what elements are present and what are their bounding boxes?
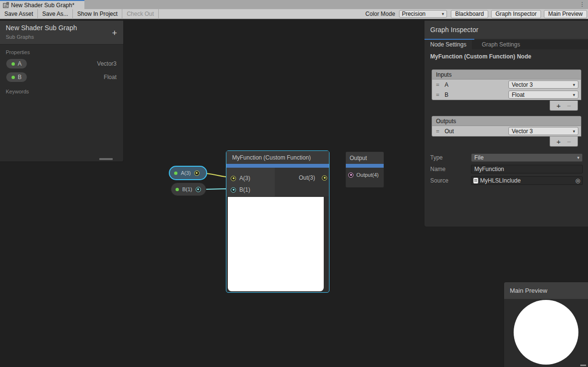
drag-handle-icon[interactable]: = — [436, 92, 445, 98]
type-label: Type — [430, 154, 471, 161]
output-port-label: Out(3) — [299, 174, 315, 181]
name-value: MyFunction — [474, 166, 504, 172]
output-port-out[interactable] — [322, 175, 327, 181]
outputs-list-footer: + − — [550, 137, 578, 147]
source-label: Source — [430, 177, 471, 184]
exposed-property-dot-icon — [176, 188, 179, 191]
property-node-a[interactable]: A(3) — [169, 166, 207, 180]
drag-handle-icon[interactable]: = — [436, 128, 445, 135]
output-type-dropdown[interactable]: Vector 3 ▾ — [508, 127, 578, 135]
outputs-row-out[interactable]: = Out Vector 3 ▾ — [432, 126, 581, 136]
node-title[interactable]: Output — [346, 152, 384, 164]
input-b-type-dropdown[interactable]: Float ▾ — [508, 91, 578, 99]
inputs-list-footer: + − — [550, 101, 578, 111]
blackboard-property-a[interactable]: A Vector3 — [0, 57, 123, 70]
input-port-a[interactable] — [231, 176, 236, 181]
property-name: B — [18, 74, 22, 80]
source-value: MyHLSLInclude — [480, 177, 521, 184]
chevron-down-icon: ▾ — [577, 155, 579, 160]
output-name: Out — [445, 128, 454, 135]
add-output-button[interactable]: + — [556, 138, 561, 145]
window-menu-icon[interactable]: ⋮ — [579, 0, 585, 8]
source-object-field[interactable]: MyHLSLInclude ◎ — [471, 176, 583, 185]
input-port-label: A(3) — [239, 175, 250, 182]
main-preview-toggle-button[interactable]: Main Preview — [544, 10, 587, 18]
main-preview-resize-handle[interactable] — [580, 365, 586, 366]
input-port-b[interactable] — [231, 187, 236, 193]
blackboard-resize-handle[interactable] — [99, 158, 113, 160]
node-title[interactable]: MyFunction (Custom Function) — [226, 151, 329, 164]
tab-graph-settings[interactable]: Graph Settings — [476, 40, 526, 49]
color-mode-dropdown[interactable]: Precision ▾ — [399, 10, 447, 18]
blackboard-property-b[interactable]: B Float — [0, 70, 123, 84]
property-a-output-port[interactable] — [194, 171, 200, 176]
type-dropdown[interactable]: File ▾ — [471, 153, 583, 162]
property-node-label: B(1) — [182, 186, 192, 192]
keywords-section-label: Keywords — [0, 84, 123, 96]
shader-graph-toolbar: Save Asset Save As... Show In Project Ch… — [0, 9, 588, 19]
input-port-row-b: B(1) — [231, 186, 250, 193]
input-type-value: Float — [512, 92, 525, 98]
output-node-input-port[interactable] — [348, 172, 353, 178]
outputs-list: Outputs = Out Vector 3 ▾ — [432, 116, 581, 137]
input-name: B — [445, 92, 448, 98]
node-settings-heading: MyFunction (Custom Function) Node — [430, 53, 531, 60]
output-node-port-label: Output(4) — [356, 172, 378, 178]
custom-function-node[interactable]: MyFunction (Custom Function) A(3) B(1) O… — [226, 150, 329, 293]
add-property-button[interactable]: + — [112, 29, 117, 37]
inspector-tab-bar: Node Settings Graph Settings — [424, 40, 588, 49]
blackboard-header[interactable]: New Shader Sub Graph Sub Graphs + — [0, 21, 123, 45]
property-type: Vector3 — [97, 60, 117, 67]
properties-section-label: Properties — [0, 45, 123, 57]
tab-node-settings[interactable]: Node Settings — [424, 40, 472, 49]
property-pill[interactable]: B — [6, 72, 27, 82]
inputs-row-b[interactable]: = B Float ▾ — [432, 90, 581, 100]
save-asset-button[interactable]: Save Asset — [0, 9, 38, 19]
outputs-list-header: Outputs — [432, 116, 581, 126]
blackboard-toggle-button[interactable]: Blackboard — [451, 10, 488, 18]
graph-canvas[interactable]: A(3) B(1) MyFunction (Custom Function) A… — [0, 19, 588, 367]
graph-inspector-panel: Graph Inspector Node Settings Graph Sett… — [424, 20, 588, 227]
inputs-row-a[interactable]: = A Vector 3 ▾ — [432, 80, 581, 90]
property-name: A — [18, 60, 22, 67]
type-field: Type File ▾ — [430, 153, 583, 162]
output-node-port-row: Output(4) — [348, 172, 378, 178]
function-name-input[interactable]: MyFunction — [471, 165, 583, 173]
drag-handle-icon[interactable]: = — [436, 81, 445, 88]
object-picker-icon[interactable]: ◎ — [576, 177, 580, 184]
blackboard-title: New Shader Sub Graph — [6, 24, 118, 32]
type-value: File — [474, 154, 483, 161]
blackboard-panel: New Shader Sub Graph Sub Graphs + Proper… — [0, 20, 124, 162]
check-out-button[interactable]: Check Out — [122, 9, 159, 19]
output-type-value: Vector 3 — [512, 128, 533, 135]
property-pill[interactable]: A — [6, 58, 27, 69]
name-label: Name — [430, 166, 471, 172]
chevron-down-icon: ▾ — [573, 92, 575, 97]
input-a-type-dropdown[interactable]: Vector 3 ▾ — [508, 80, 578, 89]
property-node-b[interactable]: B(1) — [171, 183, 206, 196]
output-port-row-out: Out(3) — [299, 174, 327, 181]
property-b-output-port[interactable] — [196, 187, 201, 192]
add-input-button[interactable]: + — [556, 102, 561, 109]
main-preview-title[interactable]: Main Preview — [504, 282, 588, 299]
show-in-project-button[interactable]: Show In Project — [73, 9, 122, 19]
chevron-down-icon: ▾ — [573, 82, 575, 87]
color-mode-value: Precision — [402, 11, 425, 17]
tab-title: New Shader Sub Graph* — [11, 2, 74, 9]
output-node[interactable]: Output Output(4) — [345, 151, 384, 188]
inputs-list-header: Inputs — [432, 70, 581, 80]
node-precision-strip — [346, 164, 384, 168]
node-precision-strip — [226, 164, 329, 168]
graph-inspector-title[interactable]: Graph Inspector — [424, 21, 588, 39]
preview-sphere — [514, 300, 578, 365]
graph-inspector-toggle-button[interactable]: Graph Inspector — [491, 10, 541, 18]
input-name: A — [445, 81, 448, 88]
remove-input-button[interactable]: − — [567, 102, 571, 109]
remove-output-button[interactable]: − — [567, 138, 571, 145]
blackboard-subtitle: Sub Graphs — [6, 34, 118, 40]
save-as-button[interactable]: Save As... — [38, 9, 73, 19]
tab-new-shader-sub-graph[interactable]: New Shader Sub Graph* — [0, 0, 84, 9]
exposed-property-dot-icon — [12, 62, 15, 66]
hlsl-file-icon — [473, 178, 478, 184]
property-type: Float — [104, 74, 117, 80]
